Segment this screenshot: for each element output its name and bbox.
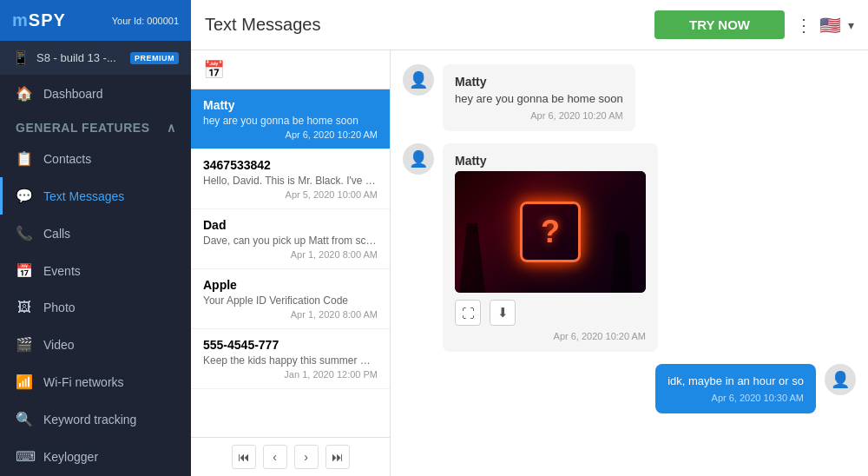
last-page-button[interactable]: ⏭ (326, 445, 350, 469)
msg-preview: hey are you gonna be home soon (203, 115, 378, 127)
sidebar-item-dashboard[interactable]: 🏠 Dashboard (0, 75, 191, 112)
page-title: Text Messages (205, 15, 644, 35)
sidebar-item-label: Wi-Fi networks (43, 375, 124, 389)
main: Text Messages TRY NOW ⋮ 🇺🇸 ▾ 📅 Matty hey… (191, 0, 868, 476)
sidebar-item-calls[interactable]: 📞 Calls (0, 215, 191, 252)
bubble-content: Matty ? ⛶ ⬇ Apr 6, 2020 10:2 (443, 143, 658, 352)
bubble-sender: Matty (455, 154, 646, 168)
events-icon: 📅 (16, 262, 33, 279)
msg-preview: Dave, can you pick up Matt from schoo... (203, 235, 378, 247)
mystery-image-bg: ? (455, 171, 646, 293)
sidebar-item-label: Events (43, 264, 81, 278)
keyword-icon: 🔍 (16, 411, 33, 427)
download-button[interactable]: ⬇ (490, 300, 516, 326)
conversation-scroll: 👤 Matty hey are you gonna be home soon A… (391, 50, 868, 476)
calendar-bar: 📅 (191, 50, 390, 89)
msg-sender: 3467533842 (203, 158, 378, 172)
sidebar-item-label: Text Messages (43, 189, 124, 203)
sidebar-item-label: Dashboard (43, 87, 103, 101)
try-now-button[interactable]: TRY NOW (654, 10, 785, 39)
keylogger-icon: ⌨ (16, 448, 33, 465)
section-label: GENERAL FEATURES (16, 121, 150, 135)
msg-time: Apr 6, 2020 10:20 AM (203, 129, 378, 140)
pagination: ⏮ ‹ › ⏭ (191, 437, 390, 476)
sidebar-item-label: Contacts (43, 152, 91, 166)
premium-badge: PREMIUM (130, 52, 179, 64)
bubble-time: Apr 6, 2020 10:20 AM (455, 110, 623, 121)
msg-sender: Matty (203, 98, 378, 112)
sidebar-header: mSPY Your Id: 000001 (0, 0, 191, 41)
sidebar-item-contacts[interactable]: 📋 Contacts (0, 140, 191, 177)
next-page-button[interactable]: › (294, 445, 319, 469)
silhouette-right (611, 232, 633, 293)
chevron-down-icon[interactable]: ▾ (848, 18, 854, 32)
fullscreen-button[interactable]: ⛶ (455, 300, 481, 326)
list-item[interactable]: 555-4545-777 Keep the kids happy this su… (191, 329, 390, 389)
sidebar-item-photo[interactable]: 🖼 Photo (0, 289, 191, 326)
avatar: 👤 (825, 364, 856, 395)
bubble-content: idk, maybe in an hour or so Apr 6, 2020 … (655, 364, 816, 413)
bubble-time: Apr 6, 2020 10:20 AM (455, 331, 646, 341)
user-id: Your Id: 000001 (112, 16, 179, 26)
sidebar-item-label: Calls (43, 227, 70, 241)
sidebar-item-label: Photo (43, 301, 76, 314)
avatar: 👤 (403, 143, 434, 175)
logo: mSPY (12, 10, 66, 30)
msg-sender: 555-4545-777 (203, 338, 378, 352)
video-icon: 🎬 (16, 336, 33, 353)
image-actions: ⛶ ⬇ (455, 300, 646, 326)
bubble-content: Matty hey are you gonna be home soon Apr… (443, 64, 635, 131)
conversation-panel: 👤 Matty hey are you gonna be home soon A… (391, 50, 868, 476)
msg-preview: Keep the kids happy this summer with ... (203, 354, 378, 367)
sidebar-item-label: Keyword tracking (43, 413, 136, 426)
list-item[interactable]: Dad Dave, can you pick up Matt from scho… (191, 209, 390, 269)
list-item[interactable]: 3467533842 Hello, David. This is Mr. Bla… (191, 149, 390, 209)
flag-icon: 🇺🇸 (819, 15, 841, 36)
device-name: S8 - build 13 -... (36, 51, 123, 64)
msg-preview: Hello, David. This is Mr. Black. I've no… (203, 175, 378, 187)
bubble-sender: Matty (455, 75, 623, 89)
message-list-panel: 📅 Matty hey are you gonna be home soon A… (191, 50, 391, 476)
content-area: 📅 Matty hey are you gonna be home soon A… (191, 50, 868, 476)
message-bubble-wrap: 👤 Matty hey are you gonna be home soon A… (403, 64, 856, 131)
sidebar-item-wifi[interactable]: 📶 Wi-Fi networks (0, 363, 191, 400)
contacts-icon: 📋 (16, 150, 33, 167)
sidebar-item-keyword-tracking[interactable]: 🔍 Keyword tracking (0, 400, 191, 438)
message-bubble-wrap: 👤 Matty ? ⛶ ⬇ (403, 143, 856, 352)
msg-preview: Your Apple ID Verification Code (203, 294, 378, 307)
silhouette-left (459, 223, 485, 293)
list-item[interactable]: Apple Your Apple ID Verification Code Ap… (191, 269, 390, 329)
sidebar-item-text-messages[interactable]: 💬 Text Messages (0, 177, 191, 215)
msg-time: Apr 1, 2020 8:00 AM (203, 309, 378, 320)
calls-icon: 📞 (16, 225, 33, 241)
android-icon: 📱 (12, 50, 30, 66)
logo-area: mSPY (12, 10, 66, 30)
collapse-icon[interactable]: ∧ (167, 121, 176, 135)
calendar-icon[interactable]: 📅 (203, 60, 225, 79)
bubble-text: hey are you gonna be home soon (455, 92, 623, 105)
sidebar: mSPY Your Id: 000001 📱 S8 - build 13 -..… (0, 0, 191, 476)
bubble-text: idk, maybe in an hour or so (667, 374, 804, 387)
sidebar-item-video[interactable]: 🎬 Video (0, 326, 191, 363)
prev-page-button[interactable]: ‹ (263, 445, 287, 469)
bubble-time: Apr 6, 2020 10:30 AM (667, 393, 804, 403)
msg-time: Apr 1, 2020 8:00 AM (203, 249, 378, 260)
dashboard-icon: 🏠 (16, 85, 33, 102)
device-bar: 📱 S8 - build 13 -... PREMIUM (0, 41, 191, 75)
sidebar-item-label: Keylogger (43, 450, 98, 464)
msg-time: Jan 1, 2020 12:00 PM (203, 369, 378, 380)
nav-scroll: 🏠 Dashboard GENERAL FEATURES ∧ 📋 Contact… (0, 75, 191, 476)
message-list-scroll: Matty hey are you gonna be home soon Apr… (191, 89, 390, 437)
more-options-icon[interactable]: ⋮ (795, 15, 812, 36)
list-item[interactable]: Matty hey are you gonna be home soon Apr… (191, 89, 390, 149)
first-page-button[interactable]: ⏮ (232, 445, 256, 469)
question-mark-box: ? (520, 202, 581, 262)
avatar: 👤 (403, 64, 434, 96)
sidebar-item-keylogger[interactable]: ⌨ Keylogger (0, 438, 191, 475)
topbar: Text Messages TRY NOW ⋮ 🇺🇸 ▾ (191, 0, 868, 50)
msg-sender: Apple (203, 278, 378, 292)
wifi-icon: 📶 (16, 374, 33, 390)
msg-time: Apr 5, 2020 10:00 AM (203, 189, 378, 200)
sidebar-item-events[interactable]: 📅 Events (0, 252, 191, 289)
sidebar-item-label: Video (43, 338, 75, 352)
